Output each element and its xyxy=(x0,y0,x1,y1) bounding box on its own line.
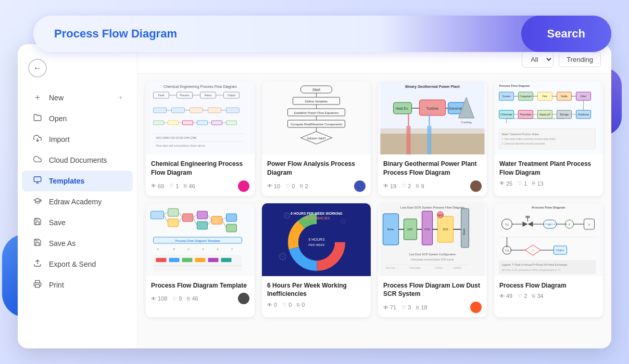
templates-icon xyxy=(32,176,43,186)
stat-item: 👁108 xyxy=(151,295,167,302)
svg-text:Low Dust SCR System Process Fl: Low Dust SCR System Process Flow Diagram xyxy=(400,206,464,209)
svg-text:Process Flow Diagram: Process Flow Diagram xyxy=(499,84,530,87)
template-title-4: Water Treatment Plant Process Flow Diagr… xyxy=(499,160,598,177)
svg-rect-22 xyxy=(208,108,221,113)
svg-text:Output: Output xyxy=(228,94,236,97)
sidebar: ← ＋New+OpenImportCloud DocumentsTemplate… xyxy=(18,44,137,348)
cloud-icon xyxy=(32,155,43,165)
back-button[interactable]: ← xyxy=(28,59,47,77)
print-icon xyxy=(32,280,43,290)
svg-text:INEFFICIENCIES: INEFFICIENCIES xyxy=(303,216,330,220)
template-avatar-7 xyxy=(470,302,482,313)
svg-text:2. Chemical treatment removes : 2. Chemical treatment removes impurities xyxy=(502,142,546,145)
template-thumb-7: Low Dust SCR System Process Flow Diagram… xyxy=(378,203,487,276)
template-card-6[interactable]: ⚙ ⚙ ⚙ 6 HOURS PER WEEK 6 HOURS PER WEEK … xyxy=(262,203,371,318)
svg-text:Water Treatment Process Notes:: Water Treatment Process Notes: xyxy=(502,133,539,136)
save-icon xyxy=(32,217,43,228)
template-thumb-4: Process Flow Diagram Screen Coagulant Fl… xyxy=(494,82,603,154)
stat-item: 👁0 xyxy=(267,302,277,308)
new-extra-icon: + xyxy=(119,94,122,101)
svg-text:T-2: T-2 xyxy=(505,249,509,252)
sidebar-item-import[interactable]: Import xyxy=(22,129,133,150)
svg-text:SCR: SCR xyxy=(443,228,448,231)
svg-text:Process Flow Diagram: Process Flow Diagram xyxy=(532,206,565,209)
svg-rect-23 xyxy=(227,108,240,113)
svg-rect-115 xyxy=(168,209,179,216)
stat-item: ♡0 xyxy=(285,183,295,189)
stat-item: ♡1 xyxy=(518,180,527,187)
template-title-2: Power Flow Analysis Process Diagram xyxy=(267,160,366,177)
svg-text:→ DeNOx: → DeNOx xyxy=(451,267,462,269)
svg-text:C: C xyxy=(188,248,190,251)
stat-item: 👁19 xyxy=(383,183,396,189)
sidebar-item-academy[interactable]: Edraw Academy xyxy=(22,191,133,212)
svg-text:H2O  C3H8  CO2  O2  N2  CH4  C: H2O C3H8 CO2 O2 N2 CH4 C2H6 xyxy=(156,136,197,139)
template-thumb-6: ⚙ ⚙ ⚙ 6 HOURS PER WEEK 6 HOURS PER WEEK … xyxy=(262,203,371,276)
svg-text:Settle: Settle xyxy=(561,95,568,98)
template-thumb-2: Start Define Variables Establish Power F… xyxy=(262,82,371,154)
svg-rect-1 xyxy=(34,177,41,181)
sidebar-item-saveas[interactable]: Save As xyxy=(22,233,133,254)
sidebar-item-open[interactable]: Open xyxy=(22,108,133,129)
svg-text:Cooling: Cooling xyxy=(461,121,471,124)
svg-text:Fluoridate: Fluoridate xyxy=(520,113,531,116)
saveas-icon xyxy=(32,238,43,249)
svg-text:?: ? xyxy=(532,249,534,252)
template-card-4[interactable]: Process Flow Diagram Screen Coagulant Fl… xyxy=(494,82,603,196)
template-card-3[interactable]: Binary Geothermal Power Plant Turbine Ge… xyxy=(378,82,487,196)
template-card-7[interactable]: Low Dust SCR System Process Flow Diagram… xyxy=(378,203,487,318)
svg-text:Legend: T=Tank  V=Vessel  P=Pu: Legend: T=Tank V=Vessel P=Pump HX=Heat E… xyxy=(502,263,568,266)
template-title-3: Binary Geothermal Power Plant Process Fl… xyxy=(383,160,482,177)
svg-text:Process: Process xyxy=(180,94,190,97)
sidebar-label-import: Import xyxy=(49,135,122,144)
svg-text:Define Variables: Define Variables xyxy=(305,100,328,103)
svg-text:Chlorinate: Chlorinate xyxy=(500,113,512,116)
svg-rect-144 xyxy=(182,258,193,262)
search-input[interactable]: Process Flow Diagram xyxy=(33,27,521,41)
svg-text:NH3: NH3 xyxy=(438,214,443,217)
template-thumb-3: Binary Geothermal Power Plant Turbine Ge… xyxy=(378,82,487,154)
template-card-8[interactable]: Process Flow Diagram T-1 HX P V xyxy=(494,203,603,318)
template-card-5[interactable]: Process Flow Diagram Template A B C D E … xyxy=(146,203,255,318)
svg-text:Establish Power Flow Equations: Establish Power Flow Equations xyxy=(294,111,339,114)
sidebar-item-export[interactable]: Export & Send xyxy=(22,254,133,275)
sidebar-item-templates[interactable]: Templates xyxy=(22,171,133,191)
sidebar-item-save[interactable]: Save xyxy=(22,212,133,233)
svg-text:Chemical Engineering Process F: Chemical Engineering Process Flow Diagra… xyxy=(163,85,237,89)
svg-text:Start: Start xyxy=(312,88,320,92)
svg-rect-63 xyxy=(427,126,432,154)
sidebar-label-print: Print xyxy=(49,281,122,289)
sidebar-item-cloud[interactable]: Cloud Documents xyxy=(22,150,133,171)
sidebar-item-print[interactable]: Print xyxy=(22,275,133,295)
sidebar-label-templates: Templates xyxy=(49,177,122,185)
export-icon xyxy=(32,259,43,269)
svg-text:Floc: Floc xyxy=(543,95,548,98)
sidebar-label-saveas: Save As xyxy=(49,239,122,248)
svg-text:Flue Gas →: Flue Gas → xyxy=(386,267,398,269)
stat-item: ⎘9 xyxy=(416,183,424,189)
svg-text:Stack: Stack xyxy=(462,228,466,235)
sidebar-label-export: Export & Send xyxy=(49,260,122,268)
trending-button[interactable]: Trending xyxy=(559,52,601,67)
main-card: ← ＋New+OpenImportCloud DocumentsTemplate… xyxy=(18,44,611,348)
svg-text:Storage: Storage xyxy=(560,113,569,116)
search-button[interactable]: Search xyxy=(521,16,611,52)
sidebar-item-new[interactable]: ＋New+ xyxy=(22,87,133,108)
stat-item: ⎘2 xyxy=(300,183,308,189)
category-filter[interactable]: All xyxy=(522,51,553,68)
svg-point-153 xyxy=(298,224,335,261)
svg-text:PER WEEK: PER WEEK xyxy=(308,243,325,246)
svg-text:Feed: Feed xyxy=(158,94,165,97)
stat-item: 👁10 xyxy=(267,183,280,189)
template-card-2[interactable]: Start Define Variables Establish Power F… xyxy=(262,82,371,196)
svg-text:T-1: T-1 xyxy=(505,223,509,226)
template-card-1[interactable]: Chemical Engineering Process Flow Diagra… xyxy=(146,82,255,196)
stat-item: 👁49 xyxy=(499,293,512,299)
svg-rect-146 xyxy=(208,258,219,262)
stat-item: ⎘34 xyxy=(532,293,543,299)
search-bar: Process Flow Diagram Search xyxy=(33,16,611,52)
template-avatar-5 xyxy=(238,293,249,304)
stat-item: ⎘0 xyxy=(297,302,305,308)
template-title-8: Process Flow Diagram xyxy=(499,281,598,290)
svg-rect-62 xyxy=(407,126,411,154)
